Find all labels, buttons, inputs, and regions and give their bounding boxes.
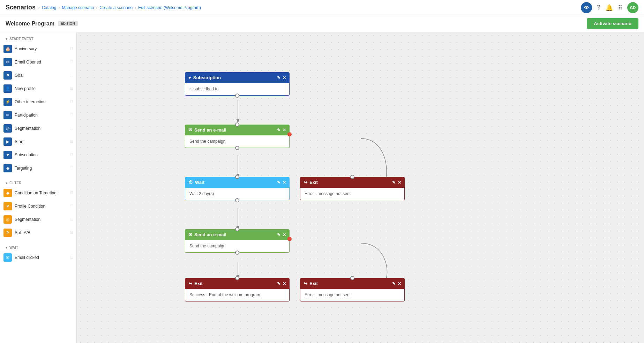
breadcrumb-manage[interactable]: Manage scenario bbox=[62, 5, 94, 10]
drag-handle: ⠿ bbox=[70, 47, 73, 51]
new-profile-icon: 👤 bbox=[3, 84, 12, 93]
node-exit-success: ↪ Exit ✎ ✕ Success - End of the welcom p… bbox=[185, 278, 290, 301]
sidebar-item-subscription[interactable]: ♥ Subscription ⠿ bbox=[0, 148, 76, 162]
send-email-2-icon: ✉ bbox=[188, 232, 192, 237]
sidebar-item-anniversary[interactable]: 🎂 Anniversary ⠿ bbox=[0, 42, 76, 55]
scenario-title: Welcome Program bbox=[6, 21, 54, 27]
edit-icon[interactable]: ✎ bbox=[392, 281, 396, 286]
canvas[interactable]: ♥ Subscription ✎ ✕ is subscribed to ✉ bbox=[77, 32, 644, 343]
targeting-icon: ◆ bbox=[3, 164, 12, 172]
drag-handle: ⠿ bbox=[70, 191, 73, 195]
drag-handle: ⠿ bbox=[70, 255, 73, 260]
drag-handle: ⠿ bbox=[70, 126, 73, 131]
node-wait: ⏱ Wait ✎ ✕ Wait 2 day(s) bbox=[185, 177, 290, 200]
wait-section: ▼ WAIT ✉ Email clicked ⠿ bbox=[0, 241, 76, 266]
drag-handle: ⠿ bbox=[70, 73, 73, 78]
grid-icon[interactable]: ⠿ bbox=[618, 4, 622, 12]
input-dot-wait bbox=[235, 175, 239, 179]
sidebar-item-split-ab[interactable]: P Split A/B ⠿ bbox=[0, 226, 76, 239]
exit-success-icon: ↪ bbox=[188, 281, 192, 286]
input-dot-send-email-1 bbox=[235, 122, 239, 127]
exit-error-1-icon: ↪ bbox=[304, 180, 307, 185]
email-opened-icon: ✉ bbox=[3, 58, 12, 66]
sidebar-item-segmentation[interactable]: ◎ Segmentation ⠿ bbox=[0, 122, 76, 135]
user-avatar[interactable]: GD bbox=[627, 2, 638, 13]
filter-title: ▼ FILTER bbox=[0, 180, 76, 186]
node-actions: ✎ ✕ bbox=[277, 232, 286, 237]
start-event-section: ▼ START EVENT 🎂 Anniversary ⠿ ✉ Email Op… bbox=[0, 32, 76, 176]
drag-handle: ⠿ bbox=[70, 87, 73, 91]
sidebar-item-profile-condition[interactable]: P Profile Condition ⠿ bbox=[0, 200, 76, 213]
app-title: Scenarios bbox=[6, 4, 36, 11]
filter-section: ▼ FILTER ◆ Condition on Targeting ⠿ P Pr… bbox=[0, 176, 76, 241]
edit-icon[interactable]: ✎ bbox=[277, 180, 280, 185]
sidebar-item-email-clicked[interactable]: ✉ Email clicked ⠿ bbox=[0, 251, 76, 264]
chevron-icon: ▼ bbox=[5, 181, 8, 185]
top-nav-right: 👁 ? 🔔 ⠿ GD bbox=[581, 2, 638, 13]
breadcrumb: › Catalog › Manage scenario › Create a s… bbox=[38, 5, 201, 10]
output-dot-subscription bbox=[235, 94, 239, 98]
canvas-inner: ♥ Subscription ✎ ✕ is subscribed to ✉ bbox=[77, 32, 635, 343]
drag-handle: ⠿ bbox=[70, 113, 73, 118]
drag-handle: ⠿ bbox=[70, 217, 73, 222]
sidebar-item-email-opened[interactable]: ✉ Email Opened ⠿ bbox=[0, 55, 76, 69]
breadcrumb-catalog[interactable]: Catalog bbox=[42, 5, 56, 10]
send-email-1-icon: ✉ bbox=[188, 127, 192, 133]
node-send-email-2: ✉ Send an e-mail ✎ ✕ Send the campaign bbox=[185, 229, 290, 253]
edit-icon[interactable]: ✎ bbox=[277, 281, 280, 286]
node-exit-error-2-body: Error - message not sent bbox=[300, 289, 405, 301]
sidebar-item-start[interactable]: ▶ Start ⠿ bbox=[0, 135, 76, 148]
close-icon[interactable]: ✕ bbox=[398, 281, 401, 286]
input-dot-exit-error-2 bbox=[350, 276, 354, 280]
drag-handle: ⠿ bbox=[70, 204, 73, 209]
edit-icon[interactable]: ✎ bbox=[392, 180, 396, 185]
condition-targeting-icon: ◆ bbox=[3, 189, 12, 197]
node-exit-success-body: Success - End of the welcom program bbox=[185, 289, 290, 301]
bell-icon[interactable]: 🔔 bbox=[605, 4, 613, 12]
sidebar-item-segmentation-filter[interactable]: ◎ Segmentation ⠿ bbox=[0, 213, 76, 226]
profile-condition-icon: P bbox=[3, 202, 12, 210]
split-ab-icon: P bbox=[3, 229, 12, 237]
email-clicked-icon: ✉ bbox=[3, 253, 12, 262]
error-dot-send-email-1 bbox=[287, 132, 292, 136]
wait-title: ▼ WAIT bbox=[0, 244, 76, 251]
goal-icon: ⚑ bbox=[3, 71, 12, 80]
sidebar: ▼ START EVENT 🎂 Anniversary ⠿ ✉ Email Op… bbox=[0, 32, 77, 343]
edit-icon[interactable]: ✎ bbox=[277, 128, 280, 133]
sidebar-item-new-profile[interactable]: 👤 New profile ⠿ bbox=[0, 82, 76, 95]
edit-icon[interactable]: ✎ bbox=[277, 232, 280, 237]
node-subscription-header: ♥ Subscription ✎ ✕ bbox=[185, 72, 290, 83]
chevron-icon: ▼ bbox=[5, 246, 8, 249]
input-dot-exit-error-1 bbox=[350, 175, 354, 179]
chevron-icon: ▼ bbox=[5, 37, 8, 41]
top-nav: Scenarios › Catalog › Manage scenario › … bbox=[0, 0, 644, 15]
close-icon[interactable]: ✕ bbox=[283, 180, 286, 185]
sidebar-item-targeting[interactable]: ◆ Targeting ⠿ bbox=[0, 162, 76, 175]
drag-handle: ⠿ bbox=[70, 140, 73, 144]
edit-icon[interactable]: ✎ bbox=[277, 75, 280, 80]
edition-badge: EDITION bbox=[58, 21, 78, 26]
close-icon[interactable]: ✕ bbox=[283, 232, 286, 237]
sidebar-item-goal[interactable]: ⚑ Goal ⠿ bbox=[0, 69, 76, 82]
sidebar-item-participation[interactable]: ✏ Participation ⠿ bbox=[0, 109, 76, 122]
close-icon[interactable]: ✕ bbox=[283, 128, 286, 133]
eye-avatar[interactable]: 👁 bbox=[581, 2, 592, 13]
node-actions: ✎ ✕ bbox=[392, 281, 401, 286]
node-actions: ✎ ✕ bbox=[277, 128, 286, 133]
node-actions: ✎ ✕ bbox=[277, 180, 286, 185]
sidebar-item-other-interaction[interactable]: ⚡ Other interaction ⠿ bbox=[0, 95, 76, 109]
node-exit-error-2: ↪ Exit ✎ ✕ Error - message not sent bbox=[300, 278, 405, 301]
close-icon[interactable]: ✕ bbox=[398, 180, 401, 185]
activate-button[interactable]: Activate scenario bbox=[587, 18, 638, 29]
help-icon[interactable]: ? bbox=[597, 4, 600, 11]
wait-icon: ⏱ bbox=[188, 180, 193, 185]
output-dot-send-email-2 bbox=[235, 251, 239, 255]
segmentation-filter-icon: ◎ bbox=[3, 215, 12, 224]
start-event-title: ▼ START EVENT bbox=[0, 36, 76, 42]
close-icon[interactable]: ✕ bbox=[283, 75, 286, 80]
sidebar-item-condition-on-targeting[interactable]: ◆ Condition on Targeting ⠿ bbox=[0, 186, 76, 200]
close-icon[interactable]: ✕ bbox=[283, 281, 286, 286]
participation-icon: ✏ bbox=[3, 111, 12, 119]
breadcrumb-create[interactable]: Create a scenario bbox=[99, 5, 133, 10]
node-actions: ✎ ✕ bbox=[277, 75, 286, 80]
